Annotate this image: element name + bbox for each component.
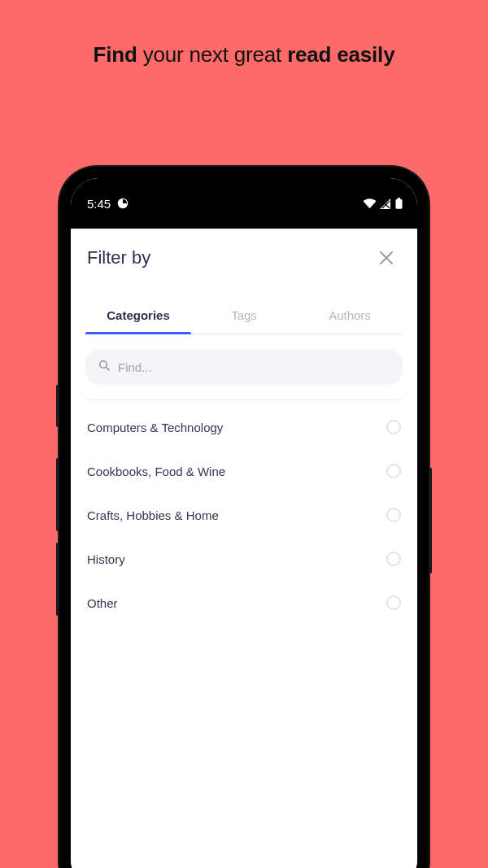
svg-rect-4 (398, 198, 400, 199)
status-time: 5:45 (87, 197, 111, 211)
status-bar: 5:45 (71, 178, 417, 229)
svg-line-8 (106, 367, 109, 370)
tab-bar: CategoriesTagsAuthors (85, 299, 403, 334)
status-bar-left: 5:45 (87, 197, 129, 211)
category-row[interactable]: History (85, 537, 403, 581)
radio-icon[interactable] (386, 464, 401, 478)
search-input[interactable] (118, 360, 390, 374)
headline-strong-1: Find (94, 42, 137, 67)
phone-power-button (429, 468, 432, 574)
status-bar-right (363, 198, 403, 209)
tab-categories[interactable]: Categories (85, 299, 191, 334)
headline-mid: your next great (137, 42, 287, 67)
tab-tags[interactable]: Tags (191, 299, 297, 334)
category-row[interactable]: Cookbooks, Food & Wine (85, 449, 403, 493)
category-label: History (87, 552, 125, 566)
category-label: Other (87, 596, 118, 610)
headline-strong-2: read easily (287, 42, 394, 67)
search-icon (98, 360, 110, 374)
radio-icon[interactable] (386, 420, 401, 434)
marketing-headline: Find your next great read easily (0, 42, 488, 68)
radio-icon[interactable] (386, 508, 401, 522)
tab-label: Categories (107, 308, 170, 322)
panel-header: Filter by (85, 246, 403, 279)
category-row[interactable]: Crafts, Hobbies & Home (85, 493, 403, 537)
category-label: Crafts, Hobbies & Home (87, 508, 219, 522)
phone-screen: 5:45 Filter by (71, 178, 417, 868)
filter-panel: Filter by CategoriesTagsAuthors Computer… (71, 229, 417, 868)
phone-volume-up (56, 458, 59, 531)
radio-icon[interactable] (386, 552, 401, 566)
category-label: Computers & Technology (87, 421, 223, 434)
battery-icon (395, 198, 403, 209)
tab-label: Authors (329, 308, 371, 322)
wifi-icon (363, 198, 377, 209)
panel-title: Filter by (87, 247, 150, 268)
category-label: Cookbooks, Food & Wine (87, 465, 225, 478)
phone-volume-down (56, 543, 59, 616)
search-field[interactable] (85, 349, 403, 385)
radio-icon[interactable] (386, 595, 401, 610)
divider (85, 399, 403, 400)
category-row[interactable]: Computers & Technology (85, 405, 403, 449)
tab-authors[interactable]: Authors (297, 299, 403, 334)
app-notification-icon (117, 198, 129, 209)
category-list: Computers & TechnologyCookbooks, Food & … (85, 405, 403, 625)
close-button[interactable] (375, 246, 398, 269)
svg-rect-3 (396, 199, 403, 209)
phone-frame: 5:45 Filter by (59, 167, 429, 868)
category-row[interactable]: Other (85, 581, 403, 625)
tab-label: Tags (231, 308, 257, 322)
phone-side-button (56, 385, 59, 427)
close-icon (378, 250, 394, 266)
cellular-icon (380, 198, 392, 209)
